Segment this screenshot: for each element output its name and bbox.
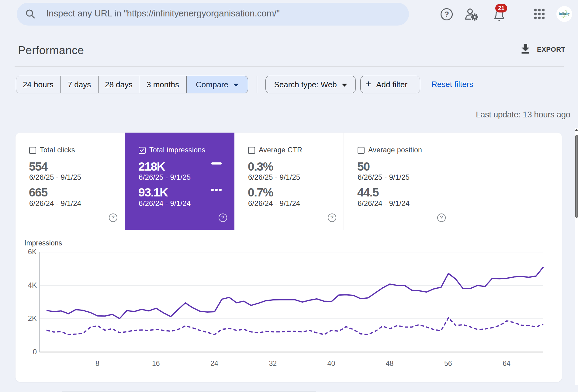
svg-text:8: 8 [95,359,99,367]
svg-text:64: 64 [503,359,511,367]
svg-text:infinity: infinity [559,12,569,16]
svg-text:2K: 2K [28,314,37,322]
svg-text:24: 24 [210,359,218,367]
svg-text:?: ? [444,10,449,19]
svg-text:Impressions: Impressions [24,239,62,247]
svg-text:4K: 4K [28,281,37,289]
svg-text:48: 48 [386,359,394,367]
svg-text:40: 40 [327,359,335,367]
svg-text:32: 32 [269,359,277,367]
svg-text:16: 16 [152,359,160,367]
svg-text:0: 0 [33,348,37,356]
svg-text:6K: 6K [28,248,37,256]
svg-text:56: 56 [444,359,452,367]
